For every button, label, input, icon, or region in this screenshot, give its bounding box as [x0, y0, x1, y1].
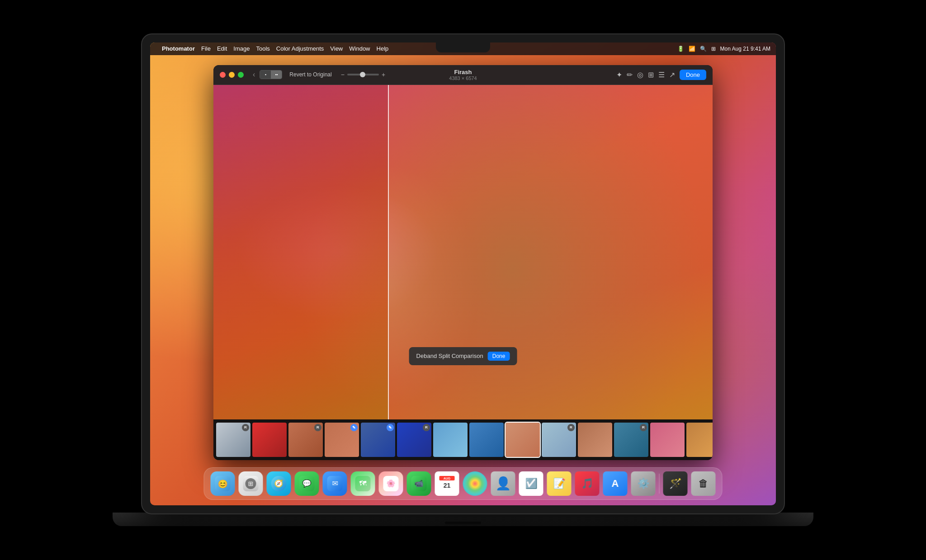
control-center-icon[interactable]: ⊞	[711, 46, 716, 52]
filmstrip-thumb-2[interactable]	[252, 423, 287, 457]
filmstrip-thumb-10[interactable]: R	[542, 423, 576, 457]
dock-finder[interactable]: 😊	[211, 471, 235, 496]
circle-tool[interactable]: ◎	[637, 71, 643, 79]
zoom-slider[interactable]	[347, 74, 379, 75]
pen-tool[interactable]: ✏	[627, 71, 633, 79]
zoom-in-button[interactable]: +	[382, 71, 385, 78]
app-name[interactable]: Photomator	[162, 45, 195, 52]
svg-text:😊: 😊	[218, 479, 228, 489]
search-icon[interactable]: 🔍	[700, 46, 707, 52]
split-comparison-line[interactable]	[388, 85, 389, 419]
dock-launchpad[interactable]: ⊞	[239, 471, 263, 496]
menubar-right: 🔋 📶 🔍 ⊞ Mon Aug 21 9:41 AM	[677, 46, 770, 52]
svg-text:✉: ✉	[332, 480, 338, 487]
crop-tool[interactable]: ⊞	[648, 71, 654, 79]
photo-content	[213, 85, 713, 419]
svg-text:⊞: ⊞	[248, 480, 254, 487]
titlebar-center: Firash 4383 × 6574	[449, 69, 477, 81]
dock: 😊 ⊞	[204, 467, 723, 500]
menu-view[interactable]: View	[330, 45, 343, 52]
filename-label: Firash	[454, 69, 472, 75]
revert-button[interactable]: Revert to Original	[289, 71, 331, 78]
titlebar-right-tools: ✦ ✏ ◎ ⊞ ☰ ↗ Done	[616, 70, 706, 80]
menu-edit[interactable]: Edit	[217, 45, 227, 52]
menu-window[interactable]: Window	[349, 45, 370, 52]
filmstrip-thumb-13[interactable]	[650, 423, 685, 457]
filmstrip: R R ✎ ✎	[213, 419, 713, 460]
view-toggle[interactable]: ▪ ▪▪	[260, 70, 282, 79]
dock-notes[interactable]: 📝	[547, 471, 572, 496]
screen-notch	[436, 42, 490, 52]
dock-safari[interactable]: 🧭	[267, 471, 291, 496]
dock-color-picker[interactable]	[463, 471, 487, 496]
list-tool[interactable]: ☰	[658, 71, 665, 79]
dock-mail[interactable]: ✉	[323, 471, 347, 496]
dock-contacts[interactable]: 👤	[491, 471, 515, 496]
zoom-controls: − +	[341, 71, 385, 78]
laptop-hinge	[445, 522, 481, 524]
filmstrip-thumb-14[interactable]	[686, 423, 713, 457]
share-tool[interactable]: ↗	[669, 71, 675, 79]
dock-music[interactable]: 🎵	[575, 471, 600, 496]
titlebar-left-controls: ‹ ▪ ▪▪ Revert to Original − +	[253, 70, 385, 79]
laptop-bottom-bezel	[113, 513, 813, 526]
back-button[interactable]: ‹	[253, 71, 255, 79]
menu-tools[interactable]: Tools	[256, 45, 269, 52]
filmstrip-thumb-5[interactable]: ✎	[361, 423, 395, 457]
menu-help[interactable]: Help	[377, 45, 389, 52]
menu-file[interactable]: File	[201, 45, 211, 52]
view-single[interactable]: ▪	[260, 71, 271, 79]
menu-image[interactable]: Image	[233, 45, 250, 52]
filmstrip-thumb-7[interactable]	[433, 423, 468, 457]
dock-system-preferences[interactable]: ⚙️	[631, 471, 656, 496]
svg-text:💬: 💬	[302, 479, 312, 488]
done-button[interactable]: Done	[680, 70, 706, 80]
dock-messages[interactable]: 💬	[295, 471, 319, 496]
maximize-button[interactable]	[238, 72, 244, 78]
view-compare[interactable]: ▪▪	[271, 71, 282, 79]
dock-magnet[interactable]: 🪄	[663, 471, 688, 496]
minimize-button[interactable]	[229, 72, 235, 78]
dock-maps[interactable]: 🗺	[351, 471, 375, 496]
zoom-slider-thumb[interactable]	[360, 72, 365, 77]
battery-icon: 🔋	[677, 46, 684, 52]
datetime: Mon Aug 21 9:41 AM	[720, 46, 770, 52]
split-comparison-left	[213, 85, 388, 419]
tooltip-text: Deband Split Comparison	[416, 353, 483, 359]
svg-text:🗺: 🗺	[359, 480, 367, 487]
window-titlebar: ‹ ▪ ▪▪ Revert to Original − +	[213, 65, 713, 85]
dock-calendar[interactable]: AUG 21	[435, 471, 459, 496]
dock-facetime[interactable]: 📹	[407, 471, 431, 496]
dock-photos[interactable]: 🌸	[379, 471, 403, 496]
filmstrip-thumb-6[interactable]: R	[397, 423, 431, 457]
traffic-lights	[220, 72, 244, 78]
menubar-left: Photomator File Edit Image Tools Color A…	[156, 45, 670, 52]
svg-text:AUG: AUG	[444, 477, 451, 480]
svg-text:📹: 📹	[415, 479, 424, 488]
filmstrip-thumb-1[interactable]: R	[216, 423, 250, 457]
filmstrip-thumb-8[interactable]	[469, 423, 504, 457]
dock-trash[interactable]: 🗑	[691, 471, 716, 496]
image-dimensions: 4383 × 6574	[449, 75, 477, 81]
magic-wand-tool[interactable]: ✦	[616, 71, 622, 79]
close-button[interactable]	[220, 72, 226, 78]
photomator-window: ‹ ▪ ▪▪ Revert to Original − +	[213, 65, 713, 460]
laptop-shell: Photomator File Edit Image Tools Color A…	[0, 0, 926, 560]
svg-text:21: 21	[444, 482, 451, 489]
filmstrip-thumb-3[interactable]: R	[288, 423, 323, 457]
dock-reminders[interactable]: ☑️	[519, 471, 543, 496]
svg-text:🌸: 🌸	[387, 479, 396, 488]
zoom-out-button[interactable]: −	[341, 71, 345, 78]
dock-separator	[659, 474, 660, 494]
filmstrip-thumb-9[interactable]	[506, 423, 540, 457]
filmstrip-thumb-11[interactable]	[578, 423, 612, 457]
dock-app-store[interactable]: A	[603, 471, 628, 496]
menu-color-adjustments[interactable]: Color Adjustments	[276, 45, 324, 52]
tooltip-done-button[interactable]: Done	[488, 352, 510, 361]
filmstrip-thumb-4[interactable]: ✎	[325, 423, 359, 457]
svg-text:🧭: 🧭	[274, 479, 283, 488]
image-area: Deband Split Comparison Done	[213, 85, 713, 419]
laptop-screen: Photomator File Edit Image Tools Color A…	[150, 42, 776, 505]
laptop-screen-bezel: Photomator File Edit Image Tools Color A…	[142, 34, 784, 513]
filmstrip-thumb-12[interactable]: R	[614, 423, 648, 457]
